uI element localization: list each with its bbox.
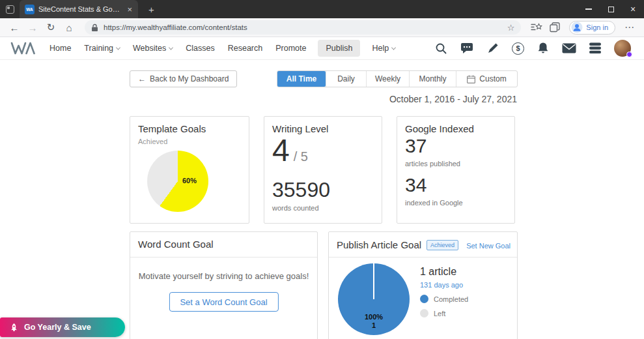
tab-title: SiteContent Stats & Goals (38, 5, 121, 13)
template-goals-pie-chart: 60% (147, 151, 208, 212)
publish-goal-pie-chart: 100% 1 (338, 263, 410, 335)
tab-close-icon[interactable]: × (125, 5, 134, 14)
browser-toolbar: ← → ↻ ⌂ https://my.wealthyaffiliate.com/… (0, 18, 644, 37)
publish-article-goal-card: Publish Article Goal Achieved Set New Go… (328, 231, 518, 339)
chat-icon[interactable] (460, 42, 474, 55)
level-max: / 5 (294, 149, 308, 164)
minimize-button[interactable] (578, 0, 600, 18)
back-arrow-icon: ← (138, 74, 146, 83)
tab-custom[interactable]: Custom (456, 71, 517, 87)
motivation-text: Motivate yourself by striving to achieve… (130, 271, 317, 281)
profile-icon (571, 22, 583, 33)
home-button[interactable]: ⌂ (61, 20, 77, 35)
indexed-value: 34 (405, 175, 427, 195)
pie-data-labels: 100% 1 (338, 313, 410, 330)
legend-item-completed: Completed (420, 295, 468, 303)
card-title: Google Indexed (405, 123, 474, 134)
settings-menu-icon[interactable]: ⋯ (622, 20, 637, 35)
favorites-bar-icon[interactable] (529, 20, 544, 35)
bell-icon[interactable] (537, 42, 550, 55)
refresh-button[interactable]: ↻ (43, 20, 59, 35)
window-close-button[interactable]: × (622, 0, 644, 18)
nav-item-help[interactable]: Help (371, 40, 397, 56)
level-number: 4 (272, 135, 290, 166)
page-content: ← Back to My Dashboard All Time Daily We… (0, 60, 644, 339)
add-favorite-star-icon[interactable]: ☆ (507, 23, 515, 33)
site-navbar: Home Training Websites Classes Research … (0, 37, 644, 60)
wa-logo-icon[interactable] (10, 41, 35, 55)
nav-label: Promote (275, 44, 306, 53)
pie-percent-label: 100% (338, 313, 410, 321)
tab-monthly[interactable]: Monthly (409, 71, 456, 87)
status-badge (626, 52, 632, 57)
search-icon[interactable] (434, 42, 447, 55)
tab-daily[interactable]: Daily (326, 71, 366, 87)
tab-custom-label: Custom (479, 74, 506, 83)
nav-item-promote[interactable]: Promote (274, 40, 307, 56)
date-range-text: October 1, 2016 - July 27, 2021 (277, 94, 517, 104)
indexed-caption: indexed in Google (405, 199, 463, 207)
article-count-text: 1 article (420, 266, 456, 278)
card-title: Word Count Goal (138, 239, 214, 250)
set-word-count-goal-button[interactable]: Set a Word Count Goal (169, 292, 278, 312)
nav-label: Publish (326, 44, 352, 53)
new-tab-button[interactable]: + (145, 4, 158, 15)
mail-icon[interactable] (562, 43, 576, 53)
browser-back-button[interactable]: ← (7, 20, 22, 35)
lock-icon (91, 23, 98, 32)
template-goals-card: Template Goals Achieved 60% (130, 116, 249, 224)
browser-titlebar: WA SiteContent Stats & Goals × + × (0, 0, 644, 18)
dollar-icon[interactable]: $ (512, 42, 524, 55)
card-subtitle: Achieved (138, 138, 167, 145)
maximize-button[interactable] (600, 0, 622, 18)
website-stack-icon[interactable] (589, 42, 602, 54)
tab-weekly[interactable]: Weekly (366, 71, 409, 87)
nav-label: Home (49, 44, 71, 53)
set-new-goal-link[interactable]: Set New Goal (466, 242, 511, 250)
words-counted-value: 35590 (272, 179, 330, 200)
nav-label: Classes (186, 44, 214, 53)
divider (130, 257, 317, 258)
pie-divider-line (373, 263, 374, 299)
pen-icon[interactable] (486, 42, 499, 55)
window-controls: × (578, 0, 644, 18)
card-title: Template Goals (138, 123, 206, 134)
site-nav-items: Home Training Websites Classes Research … (48, 40, 397, 57)
address-bar[interactable]: https://my.wealthyaffiliate.com/content/… (85, 20, 521, 35)
writing-level-card: Writing Level 4 / 5 35590 words counted (264, 116, 382, 224)
google-indexed-card: Google Indexed 37 articles published 34 … (397, 116, 515, 224)
promo-label: Go Yearly & Save (24, 323, 91, 332)
tab-actions-icon[interactable] (6, 5, 14, 14)
articles-published-value: 37 (405, 136, 427, 156)
nav-item-home[interactable]: Home (48, 40, 72, 56)
nav-item-training[interactable]: Training (83, 40, 121, 56)
user-avatar[interactable] (614, 40, 631, 57)
time-filter-tabs: All Time Daily Weekly Monthly Custom (277, 70, 518, 87)
back-to-dashboard-button[interactable]: ← Back to My Dashboard (130, 70, 237, 87)
back-button-label: Back to My Dashboard (150, 74, 229, 83)
nav-label: Research (228, 44, 263, 53)
nav-item-publish[interactable]: Publish (318, 40, 360, 57)
chevron-down-icon (169, 45, 173, 50)
card-header: Publish Article Goal Achieved (337, 239, 458, 250)
go-yearly-save-button[interactable]: Go Yearly & Save (0, 317, 125, 337)
sign-in-button[interactable]: Sign in (569, 21, 615, 35)
divider (329, 257, 517, 258)
url-text[interactable]: https://my.wealthyaffiliate.com/content/… (104, 23, 502, 31)
nav-item-classes[interactable]: Classes (184, 40, 216, 56)
browser-tab[interactable]: WA SiteContent Stats & Goals × (20, 0, 138, 18)
browser-forward-button[interactable]: → (25, 20, 40, 35)
word-count-goal-card: Word Count Goal Motivate yourself by str… (130, 231, 318, 339)
card-title: Publish Article Goal (337, 239, 421, 250)
legend-dot-left (420, 309, 428, 317)
chevron-down-icon (116, 45, 120, 50)
legend-label: Completed (434, 295, 468, 303)
pie-count-label: 1 (338, 321, 410, 330)
nav-item-research[interactable]: Research (227, 40, 264, 56)
collections-icon[interactable] (547, 20, 563, 35)
legend-label: Left (434, 310, 445, 317)
site-nav-icons: $ (434, 40, 634, 57)
calendar-icon (467, 75, 475, 83)
nav-item-websites[interactable]: Websites (132, 40, 174, 56)
tab-all-time[interactable]: All Time (277, 71, 326, 87)
